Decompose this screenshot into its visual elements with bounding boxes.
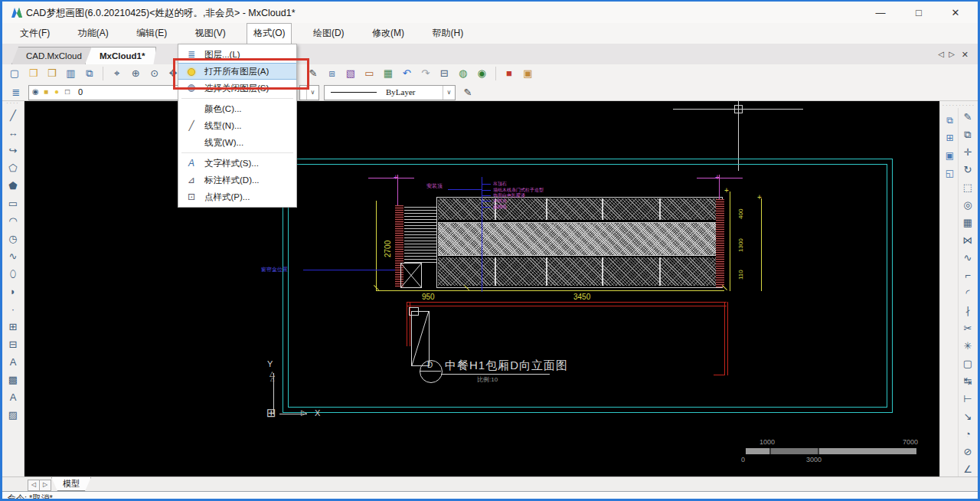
rotate-icon[interactable]: ↻ (959, 162, 976, 178)
save-icon[interactable]: ▥ (63, 66, 78, 81)
model-space-tab[interactable]: 模型 (51, 477, 91, 491)
point-tool-icon[interactable]: · (5, 301, 21, 318)
menu-item-lineweight[interactable]: 线宽(W)... (178, 134, 296, 151)
dim-linear-icon[interactable]: ⊢ (959, 391, 976, 408)
menu-view[interactable]: 视图(V) (188, 24, 233, 43)
tab-close-icon[interactable]: ✕ (962, 50, 969, 60)
revision-rect-icon[interactable]: ▢ (959, 355, 976, 372)
drawing-canvas[interactable]: + + 2700 950 3450 400 1300 110 + + 吊顶石 墙… (24, 100, 940, 476)
mirror-icon[interactable]: ⋈ (959, 232, 976, 249)
tab-scroll-right-icon[interactable]: ▷ (949, 50, 955, 58)
model-nav-left-icon[interactable]: ◁ (28, 480, 40, 491)
trim-icon[interactable]: ✂ (959, 320, 976, 337)
tab-mxcloud1[interactable]: MxCloud1* (85, 47, 156, 64)
hatch-tool-icon[interactable]: ▨ (5, 407, 21, 424)
line-tool-icon[interactable]: ╱ (5, 107, 21, 124)
layer-select-combo[interactable]: ◉ ■ ● □ 0 (28, 85, 180, 100)
export-image-icon[interactable]: ▣ (520, 66, 535, 81)
spline-tool-icon[interactable]: ∿ (5, 248, 21, 265)
offset-icon[interactable]: ◎ (959, 197, 976, 214)
rectangle-tool-icon[interactable]: ▭ (5, 195, 21, 212)
zoom-extents-icon[interactable]: ⊙ (147, 66, 162, 81)
ellipse-arc-tool-icon[interactable]: ◗ (5, 283, 21, 300)
linetype-icon: ╱ (184, 117, 199, 134)
circle-tool-icon[interactable]: ◷ (5, 231, 21, 247)
dim-aligned-icon[interactable]: ↘ (959, 408, 976, 425)
model-nav-right-icon[interactable]: ▷ (39, 480, 51, 491)
ellipse-tool-icon[interactable]: ⬯ (5, 266, 21, 283)
new-file-icon[interactable]: ▢ (7, 66, 22, 81)
menu-bar: 文件(F) 功能(A) 编辑(E) 视图(V) 格式(O) 绘图(D) 修改(M… (2, 23, 978, 44)
save-as-icon[interactable]: ⧉ (82, 66, 97, 81)
image-icon[interactable]: ▦ (381, 66, 396, 81)
menu-edit[interactable]: 编辑(E) (129, 24, 174, 43)
find-text-icon[interactable]: ▧ (343, 66, 358, 81)
menu-item-point-style[interactable]: ⊡ 点样式(P)... (178, 188, 296, 205)
copy-icon[interactable]: ⧉ (959, 126, 976, 143)
layer-manager-icon[interactable]: ≣ (8, 85, 24, 100)
polygon-tool-icon[interactable]: ⬠ (5, 160, 21, 177)
bring-front-icon[interactable]: ⧉ (942, 112, 959, 129)
open-file-icon[interactable]: ❒ (25, 66, 41, 81)
edit-polyline-icon[interactable]: ∿ (959, 250, 976, 267)
send-back-icon[interactable]: ⊞ (942, 129, 959, 146)
plot-icon[interactable]: ⊟ (436, 66, 452, 81)
zoom-in-icon[interactable]: ⊕ (128, 66, 143, 81)
minimize-button[interactable]: — (869, 5, 892, 21)
crosshair-pickbox (734, 105, 743, 113)
linetype-combo-arrow-icon[interactable]: ∨ (443, 86, 455, 100)
arc-tool-icon[interactable]: ◠ (5, 213, 21, 230)
dim-diameter-icon[interactable]: ⊘ (959, 444, 976, 460)
stretch-icon[interactable]: ⬚ (959, 179, 976, 196)
export-pdf-icon[interactable]: ■ (501, 66, 517, 81)
modify-pencil-icon[interactable]: ✎ (959, 109, 976, 126)
zoom-window-icon[interactable]: ⌖ (109, 66, 125, 81)
lineweight-icon[interactable]: ✎ (460, 85, 475, 100)
break-icon[interactable]: ∤ (959, 303, 976, 319)
array-icon[interactable]: ▦ (959, 214, 976, 231)
mtext-tool-icon[interactable]: A (5, 389, 21, 406)
menu-item-linetype[interactable]: ╱ 线型(N)... (178, 117, 296, 134)
web-share-icon[interactable]: ◍ (456, 66, 471, 81)
menu-function[interactable]: 功能(A) (71, 24, 116, 43)
menu-format[interactable]: 格式(O) (247, 23, 292, 44)
layer-color-icon[interactable]: ● (54, 87, 59, 96)
explode-icon[interactable]: ✳ (959, 338, 976, 355)
text-tool-icon[interactable]: A (5, 354, 21, 371)
linetype-combo[interactable]: ByLayer ∨ (324, 85, 456, 100)
open-cloud-icon[interactable]: ❒ (44, 66, 60, 81)
construction-line-tool-icon[interactable]: ↔ (5, 125, 21, 142)
tab-scroll-left-icon[interactable]: ◁ (938, 50, 944, 58)
insert-block-tool-icon[interactable]: ⊞ (5, 319, 21, 336)
move-icon[interactable]: ✛ (959, 144, 976, 161)
menu-item-color[interactable]: 颜色(C)... (178, 100, 296, 117)
close-button[interactable]: ✕ (944, 5, 967, 21)
polygon2-tool-icon[interactable]: ⬟ (5, 178, 21, 195)
polyline-tool-icon[interactable]: ↪ (5, 142, 21, 159)
menu-help[interactable]: 帮助(H) (426, 24, 471, 43)
menu-item-dim-style[interactable]: ⊿ 标注样式(D)... (178, 172, 296, 188)
send-under-icon[interactable]: ◱ (942, 165, 959, 182)
menu-file[interactable]: 文件(F) (13, 24, 57, 43)
menu-draw[interactable]: 绘图(D) (306, 24, 351, 43)
dim-angular-icon[interactable]: ∠ (959, 461, 976, 478)
export-icon[interactable]: ⧈ (324, 66, 339, 81)
maximize-button[interactable]: □ (907, 5, 930, 21)
chamfer-icon[interactable]: ⌐ (959, 267, 976, 284)
undo-icon[interactable]: ↶ (399, 66, 414, 81)
menu-item-text-style[interactable]: A 文字样式(S)... (178, 155, 296, 172)
bring-above-icon[interactable]: ▣ (942, 147, 959, 164)
make-block-tool-icon[interactable]: ⊟ (5, 336, 21, 353)
menu-modify[interactable]: 修改(M) (365, 24, 411, 43)
erase-icon[interactable]: ▭ (361, 66, 377, 81)
fillet-icon[interactable]: ◜ (959, 285, 976, 302)
redo-icon[interactable]: ↷ (418, 66, 433, 81)
table-tool-icon[interactable]: ▩ (5, 372, 21, 388)
tab-cad-mxcloud[interactable]: CAD.MxCloud (11, 47, 93, 64)
layer-visibility-icon[interactable]: ◉ (32, 87, 39, 96)
web-open-icon[interactable]: ◉ (474, 66, 489, 81)
ucs-origin-icon: ⊞ (266, 406, 276, 420)
layer-lock-icon[interactable]: ■ (44, 87, 48, 96)
dim-radius-icon[interactable]: ◔ (959, 426, 976, 443)
join-icon[interactable]: ↹ (959, 373, 976, 390)
